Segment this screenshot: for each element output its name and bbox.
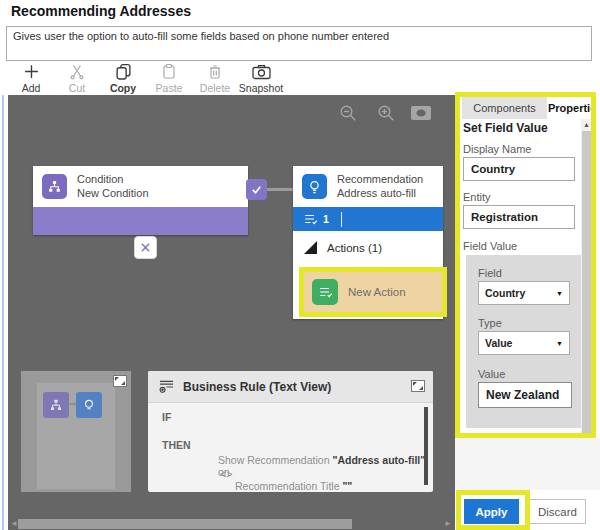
fit-screen-icon[interactable] [410,105,432,125]
recommendation-type-label: Recommendation [337,173,423,187]
recommendation-name: Address auto-fill [337,187,423,201]
discard-button[interactable]: Discard [529,499,586,524]
canvas-focus-border [2,95,4,530]
hscroll-right-arrow[interactable]: ► [444,519,452,529]
display-name-input[interactable] [463,157,575,181]
then-keyword: THEN [162,439,191,451]
actions-header-label: Actions (1) [327,242,382,254]
zoom-in-icon[interactable] [376,103,396,123]
minimap-condition-icon [43,392,69,418]
false-branch-connector[interactable] [134,236,157,259]
minimap-connector-line [68,403,76,405]
highlight-new-action: New Action [299,267,447,317]
snapshot-button[interactable]: Snapshot [238,62,284,94]
toolbar: Add Cut Copy Paste Delete [8,62,284,94]
operator-line: <> [220,468,232,480]
add-button[interactable]: Add [8,62,54,94]
new-action-item[interactable]: New Action [304,272,442,312]
text-view-panel: Business Rule (Text View) IF THEN Show R… [148,371,433,492]
page-title: Recommending Addresses [11,3,191,19]
hscroll-thumb[interactable] [18,519,352,529]
field-value-group: Field Country ▼ Type Value ▼ Value [466,255,581,428]
panel-footer-spacer [455,438,600,490]
chevron-down-icon: ▼ [556,340,563,347]
condition-name: New Condition [77,187,149,201]
text-view-body: IF THEN Show Recommendation "Address aut… [148,403,433,492]
if-keyword: IF [162,411,171,423]
scissors-icon [69,62,85,80]
properties-scrollbar[interactable]: ▲ ▼ [581,119,592,476]
properties-scrollbar-thumb[interactable] [582,131,591,455]
business-rule-designer: Recommending Addresses Gives user the op… [0,0,600,530]
minimap-recommendation-icon [76,392,102,418]
scroll-up-icon[interactable]: ▲ [581,121,592,128]
action-count-badge: 1 [323,213,329,225]
section-title: Set Field Value [463,121,548,135]
show-recommendation-line: Show Recommendation "Address auto-fill" … [218,454,433,478]
action-list-icon [303,212,318,226]
new-action-list-icon [312,279,338,305]
bar-divider [341,212,342,227]
new-action-label: New Action [348,286,406,298]
camera-icon [252,62,271,80]
tab-components[interactable]: Components [462,97,547,119]
paste-button[interactable]: Paste [146,62,192,94]
condition-body-bar [33,207,248,235]
entity-input[interactable] [463,205,575,229]
apply-button[interactable]: Apply [464,499,519,524]
text-view-expand-icon[interactable] [411,380,425,392]
plus-icon [23,62,40,80]
value-input[interactable] [478,382,572,408]
tab-properties[interactable]: Properties [548,97,594,119]
entity-label: Entity [463,191,491,203]
actions-header-row[interactable]: Actions (1) [293,231,443,264]
cut-button[interactable]: Cut [54,62,100,94]
lightbulb-icon [302,174,327,199]
expanded-triangle-icon [304,241,317,254]
minimap[interactable] [21,371,131,492]
rule-description-field[interactable]: Gives user the option to auto-fill some … [6,26,592,61]
field-label: Field [478,267,502,279]
true-branch-connector[interactable] [246,179,267,200]
condition-sitemap-icon [42,174,67,199]
condition-type-label: Condition [77,173,149,187]
recommendation-actions-bar[interactable]: 1 [293,207,443,231]
hscroll-left-arrow[interactable]: ◄ [10,519,18,529]
type-select[interactable]: Value ▼ [478,331,570,355]
copy-button[interactable]: Copy [100,62,146,94]
condition-node[interactable]: Condition New Condition [33,166,248,235]
text-view-title: Business Rule (Text View) [183,380,331,394]
copy-icon [115,62,132,80]
trash-icon [207,62,223,80]
field-select[interactable]: Country ▼ [478,281,570,305]
display-name-label: Display Name [463,143,531,155]
minimap-expand-icon[interactable] [113,375,127,387]
chevron-down-icon: ▼ [556,290,563,297]
clipboard-icon [161,62,177,80]
type-label: Type [478,317,502,329]
zoom-out-icon[interactable] [338,103,358,123]
delete-button[interactable]: Delete [192,62,238,94]
text-view-icon [158,379,175,394]
designer-canvas[interactable]: Condition New Condition Recommendation [8,95,455,530]
field-value-group-label: Field Value [463,240,517,252]
value-label: Value [478,368,505,380]
recommendation-title-line: Recommendation Title "" [235,480,352,492]
text-view-scrollbar[interactable] [424,407,428,485]
